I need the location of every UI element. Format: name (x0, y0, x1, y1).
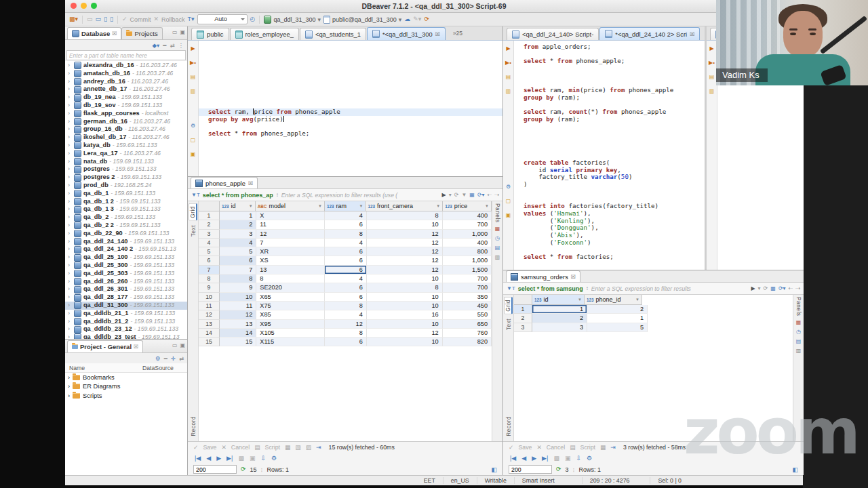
script-button[interactable]: Script (265, 444, 281, 451)
expand-chevron-icon[interactable]: › (68, 85, 72, 94)
database-item[interactable]: ›annette_db_17- 116.203.27.46 (65, 85, 187, 94)
metadata-panel-icon[interactable]: ◷ (796, 329, 801, 335)
database-item[interactable]: ›andrey_db_16- 116.203.27.46 (65, 78, 187, 86)
autorefresh-icon[interactable]: ⟳ (556, 466, 561, 472)
grid-cell[interactable]: 11 (256, 220, 325, 229)
expand-chevron-icon[interactable]: › (68, 383, 70, 390)
minimize-panel-icon[interactable]: ▭ (172, 342, 178, 348)
grid-cell[interactable]: 700 (443, 220, 492, 229)
tab-overflow-count[interactable]: »25 (453, 30, 462, 37)
column-header-id[interactable]: 123id▼ (532, 295, 585, 305)
fetch-size-input[interactable] (509, 465, 552, 474)
grid-cell[interactable]: 6 (325, 293, 366, 302)
autocommit-select[interactable]: Auto (197, 14, 248, 24)
grid-settings-gear-icon[interactable]: ⚙ (587, 455, 592, 462)
row-number[interactable]: 3 (514, 323, 532, 332)
filter-history-icon[interactable]: ↕ (586, 285, 589, 291)
table-row[interactable]: 2211610700 (199, 220, 492, 229)
save-file-icon[interactable]: ▢ (506, 199, 511, 204)
table-row[interactable]: 11X48400 (199, 211, 492, 220)
grid-corner-cell[interactable] (514, 295, 532, 305)
last-page-icon[interactable]: ▶| (226, 455, 233, 462)
row-number[interactable]: 2 (514, 314, 532, 323)
expand-chevron-icon[interactable]: › (68, 150, 72, 158)
grid-cell[interactable]: 6 (325, 266, 366, 274)
next-page-icon[interactable]: ▶ (532, 455, 536, 462)
row-number[interactable]: 10 (199, 293, 220, 302)
editor-tab[interactable]: <qa_students_1 (300, 28, 366, 40)
sql-editor[interactable]: from apple_orders; select * from phones_… (514, 41, 705, 270)
row-number[interactable]: 1 (199, 211, 220, 220)
database-item[interactable]: ›nata_db- 159.69.151.133 (65, 158, 187, 166)
autorefresh-icon[interactable]: ⟳ (241, 466, 246, 472)
row-number[interactable]: 1 (514, 305, 532, 314)
close-window-button[interactable] (71, 3, 77, 9)
row-number[interactable]: 7 (199, 266, 220, 274)
filter-query-text[interactable]: select * from phones_ap (203, 192, 273, 199)
first-page-icon[interactable]: |◀ (195, 455, 201, 462)
grid-cell[interactable]: 10 (367, 293, 443, 302)
row-number[interactable]: 5 (199, 247, 220, 256)
database-item[interactable]: ›postgres 2- 159.69.151.133 (65, 174, 187, 182)
column-name[interactable]: Name (65, 365, 142, 371)
database-item[interactable]: ›postgres- 159.69.151.133 (65, 165, 187, 174)
database-item[interactable]: ›qa_ddldb_21_2- 159.69.151.133 (65, 318, 187, 326)
expand-chevron-icon[interactable]: › (68, 245, 72, 253)
database-item[interactable]: ›qa_db_2 2- 159.69.151.133 (65, 222, 187, 230)
table-row[interactable]: 1515X115610820 (199, 338, 492, 346)
grid-cell[interactable]: 13 (220, 320, 256, 329)
transaction-mode-icon[interactable]: T▾ (188, 16, 195, 22)
editor-tab[interactable]: <qa_ddl_24_140> Script- (507, 28, 599, 40)
table-row[interactable]: 55XR612800 (199, 247, 492, 256)
expand-chevron-icon[interactable]: › (68, 392, 70, 399)
expand-chevron-icon[interactable]: › (68, 333, 72, 339)
filter-sort-icon[interactable]: ▼ (318, 201, 322, 211)
row-number[interactable]: 3 (199, 230, 220, 239)
grid-cell[interactable]: 8 (367, 283, 443, 292)
grid-cell[interactable]: 6 (325, 220, 366, 229)
view-menu-icon[interactable]: ⋮ (178, 42, 184, 49)
expand-chevron-icon[interactable]: › (68, 165, 72, 174)
rollback-icon[interactable]: ✕ (154, 16, 159, 22)
grid-cell[interactable]: 1 (220, 211, 256, 220)
apply-filter-icon[interactable]: ▶ (442, 192, 446, 198)
link-icon[interactable]: ⇄ (179, 355, 184, 362)
grid-cell[interactable]: 4 (325, 211, 366, 220)
minimize-panel-icon[interactable]: ▭ (172, 29, 178, 35)
editor-tab[interactable]: *<qa_ddl_24_140 2> Scri☒ (599, 27, 700, 40)
export-grid-icon[interactable]: ⇩ (576, 455, 581, 462)
table-row[interactable]: 221 (514, 314, 793, 323)
grid-cell[interactable]: 12 (367, 239, 443, 247)
expand-chevron-icon[interactable]: › (68, 110, 72, 118)
grid-cell[interactable]: 8 (325, 329, 366, 338)
collapse-icon[interactable]: ━ (164, 355, 167, 362)
column-header-model[interactable]: ABCmodel▼ (256, 201, 325, 211)
column-header-id[interactable]: 123id▼ (220, 201, 256, 211)
maximize-panel-icon[interactable]: ▣ (180, 342, 185, 348)
database-item[interactable]: ›qa_ddl_31_300- 159.69.151.133 (65, 302, 187, 310)
database-item[interactable]: ›alexandra_db_16- 116.203.27.46 (65, 62, 187, 70)
refresh-results-icon[interactable]: ⟳ (454, 192, 459, 198)
database-item[interactable]: ›group_16_db- 116.203.27.46 (65, 125, 187, 134)
grid-cell[interactable]: 3 (532, 323, 587, 332)
database-item[interactable]: ›db_19_sov- 159.69.151.133 (65, 102, 187, 110)
row-number[interactable]: 12 (199, 310, 220, 319)
grid-cell[interactable]: 10 (220, 293, 256, 302)
expand-chevron-icon[interactable]: › (68, 278, 72, 286)
column-header-price[interactable]: 123price▼ (443, 201, 492, 211)
filter-funnel-icon[interactable]: ▼T (507, 285, 515, 291)
grid-cell[interactable]: 12 (367, 329, 443, 338)
project-item[interactable]: ›Scripts (65, 391, 187, 401)
filter-history-icon[interactable]: ↕ (276, 192, 279, 198)
references-panel-icon[interactable]: ▤ (495, 245, 500, 251)
value-panel-icon[interactable]: ▦ (796, 320, 802, 325)
expand-chevron-icon[interactable]: › (68, 142, 72, 150)
settings-gear-icon[interactable]: ⚙ (155, 355, 161, 362)
grid-cell[interactable]: 10 (367, 302, 443, 310)
expand-chevron-icon[interactable]: › (68, 214, 72, 222)
cloud-icon[interactable]: ☁ (404, 16, 410, 22)
minimize-window-button[interactable] (81, 3, 87, 9)
database-item[interactable]: ›ikoshel_db_17- 116.203.27.46 (65, 134, 187, 142)
tab-samsung-orders[interactable]: samsung_orders ☒ (506, 270, 580, 282)
table-row[interactable]: 888410700 (199, 274, 492, 283)
